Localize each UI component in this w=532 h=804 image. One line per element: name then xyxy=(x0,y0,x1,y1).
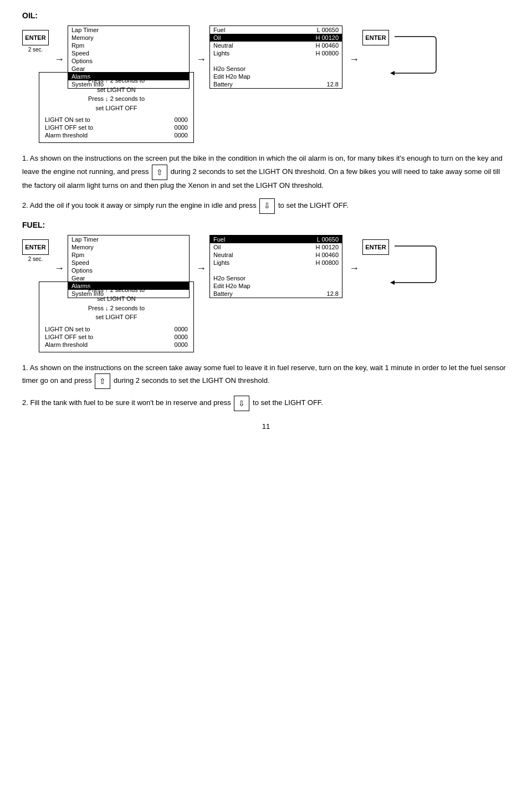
fuel-menu-gear: Gear xyxy=(68,274,189,282)
fuel-step-2-end: to set the LIGHT OFF. xyxy=(253,399,323,407)
oil-enter-btn-3[interactable]: ENTER xyxy=(362,30,389,45)
fuel-step-1-end: during 2 seconds to set the LIGHT ON thr… xyxy=(114,377,270,385)
fuel-arrow-1: → xyxy=(54,263,64,274)
fuel-menu-rpm: Rpm xyxy=(68,251,189,259)
fuel-enter-group-3: ENTER xyxy=(362,239,389,255)
menu-item-laptimer: Lap Timer xyxy=(68,26,189,34)
oil-arrow-3: → xyxy=(349,54,359,65)
fuel-row-lights2: LightsH 00800 xyxy=(210,259,342,267)
oil-up-arrow-btn[interactable]: ⇧ xyxy=(152,165,167,180)
fuel-section-label: FUEL: xyxy=(22,221,510,229)
oil-step-2-num: 2. xyxy=(22,201,30,209)
fuel-menu-laptimer: Lap Timer xyxy=(68,235,189,243)
fuel-setting-row-2: LIGHT OFF set to0000 xyxy=(45,333,188,341)
fuel-step-2: 2. Fill the tank with fuel to be sure it… xyxy=(22,396,510,411)
menu-item-memory: Memory xyxy=(68,34,189,42)
oil-setting-row-2: LIGHT OFF set to0000 xyxy=(45,124,188,131)
svg-marker-0 xyxy=(390,71,395,75)
fuel-row-edith2o2: Edit H2o Map xyxy=(210,282,342,290)
menu-item-rpm: Rpm xyxy=(68,42,189,49)
fuel-step-2-text: Fill the tank with fuel to be sure it wo… xyxy=(30,399,233,407)
fuel-step-1: 1. As shown on the instructions on the s… xyxy=(22,362,510,390)
oil-section: OIL: ENTER 2 sec. → Lap Timer Memory Rpm… xyxy=(22,11,510,214)
fuel-row-battery: Battery12.8 xyxy=(210,80,342,88)
oil-step-1-mid: during 2 seconds to set the LIGHT ON thr… xyxy=(171,167,327,176)
fuel-row-h2o: H2o Sensor xyxy=(210,65,342,73)
page-number: 11 xyxy=(22,422,510,431)
oil-diagram-wrapper: ENTER 2 sec. → Lap Timer Memory Rpm Spee… xyxy=(22,25,510,143)
fuel-curve-arrow xyxy=(389,235,439,292)
fuel-enter-btn-1[interactable]: ENTER xyxy=(22,239,49,255)
fuel-row-lights: LightsH 00800 xyxy=(210,49,342,57)
fuel-step-1-num: 1. xyxy=(22,363,30,372)
fuel-row-empty2 xyxy=(210,267,342,274)
menu-item-gear: Gear xyxy=(68,65,189,73)
fuel-arrow-2: → xyxy=(196,263,206,274)
fuel-arrow-3: → xyxy=(349,263,359,274)
oil-setting-row-3: Alarm threshold0000 xyxy=(45,131,188,139)
oil-fuel-box: FuelL 00650 OilH 00120 NeutralH 00460 Li… xyxy=(209,25,342,89)
oil-step-1: 1. As shown on the instructions on the s… xyxy=(22,153,510,192)
oil-enter-btn-1[interactable]: ENTER xyxy=(22,30,49,45)
fuel-row-oil2: OilH 00120 xyxy=(210,243,342,251)
fuel-setting-row-3: Alarm threshold0000 xyxy=(45,341,188,349)
oil-enter-group-3: ENTER xyxy=(362,30,389,45)
fuel-row-oil: OilH 00120 xyxy=(210,34,342,42)
oil-step-2-end: to set the LIGHT OFF. xyxy=(278,201,349,209)
oil-setting-row-1: LIGHT ON set to0000 xyxy=(45,116,188,124)
fuel-row-h2o2: H2o Sensor xyxy=(210,274,342,282)
oil-down-arrow-btn[interactable]: ⇩ xyxy=(259,198,275,214)
fuel-row-battery2: Battery12.8 xyxy=(210,290,342,298)
fuel-setting-row-1: LIGHT ON set to0000 xyxy=(45,325,188,333)
oil-arrow-2: → xyxy=(196,54,206,65)
fuel-enter-group-1: ENTER 2 sec. xyxy=(22,239,49,262)
fuel-row-neutral: NeutralH 00460 xyxy=(210,42,342,49)
fuel-step-2-num: 2. xyxy=(22,399,30,407)
oil-section-label: OIL: xyxy=(22,11,510,20)
oil-settings-box: Press ↑ 2 seconds toset LIGHT ONPress ↓ … xyxy=(39,72,194,143)
fuel-menu-options: Options xyxy=(68,267,189,274)
fuel-row-fuel: FuelL 00650 xyxy=(210,26,342,34)
fuel-row-fuel2: FuelL 00650 xyxy=(210,235,342,243)
fuel-sec-label-1: 2 sec. xyxy=(28,256,43,262)
fuel-up-arrow-btn[interactable]: ⇧ xyxy=(95,373,110,389)
oil-instruction: Press ↑ 2 seconds toset LIGHT ONPress ↓ … xyxy=(45,76,188,112)
svg-marker-1 xyxy=(390,280,395,285)
oil-curve-arrow xyxy=(389,25,439,83)
fuel-row-empty xyxy=(210,57,342,65)
fuel-section: FUEL: ENTER 2 sec. → Lap Timer Memory Rp… xyxy=(22,221,510,412)
oil-step-1-num: 1. xyxy=(22,154,30,162)
oil-step-2: 2. Add the oil if you took it away or si… xyxy=(22,198,510,214)
fuel-row-edith2o: Edit H2o Map xyxy=(210,73,342,80)
fuel-menu-memory: Memory xyxy=(68,243,189,251)
oil-step-2-text: Add the oil if you took it away or simpl… xyxy=(30,201,259,209)
fuel-instruction: Press ↑ 2 seconds toset LIGHT ONPress ↓ … xyxy=(45,285,188,322)
fuel-row-neutral2: NeutralH 00460 xyxy=(210,251,342,259)
oil-arrow-1: → xyxy=(54,54,64,65)
menu-item-options: Options xyxy=(68,57,189,65)
fuel-settings-box: Press ↑ 2 seconds toset LIGHT ONPress ↓ … xyxy=(39,281,194,352)
fuel-menu-speed: Speed xyxy=(68,259,189,267)
oil-enter-group-1: ENTER 2 sec. xyxy=(22,30,49,53)
oil-sec-label-1: 2 sec. xyxy=(28,47,43,53)
fuel-enter-btn-3[interactable]: ENTER xyxy=(362,239,389,255)
fuel-diagram-wrapper: ENTER 2 sec. → Lap Timer Memory Rpm Spee… xyxy=(22,235,510,352)
fuel-fuel-box: FuelL 00650 OilH 00120 NeutralH 00460 Li… xyxy=(209,235,342,298)
fuel-down-arrow-btn[interactable]: ⇩ xyxy=(234,396,249,411)
menu-item-speed: Speed xyxy=(68,49,189,57)
